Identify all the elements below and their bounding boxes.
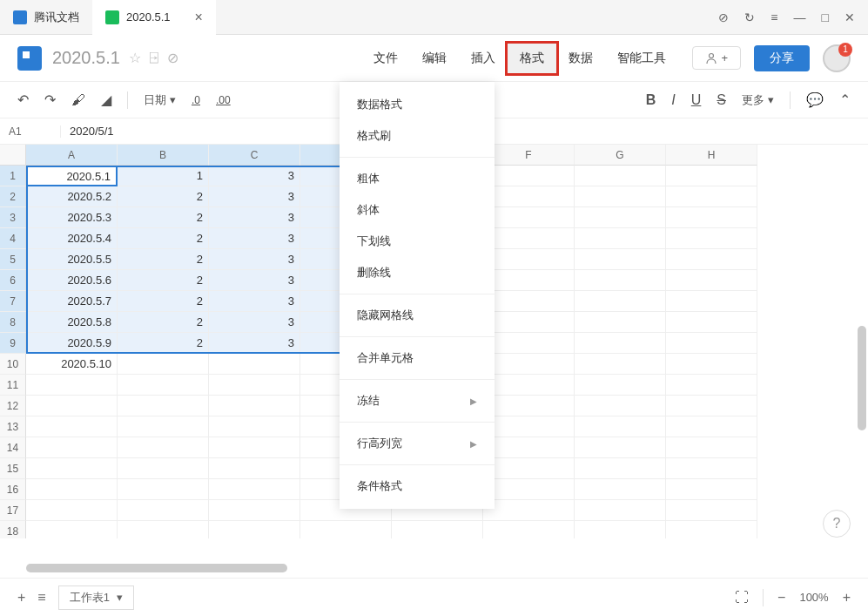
cell[interactable] [666, 312, 757, 333]
cell[interactable] [483, 396, 575, 416]
cell[interactable] [209, 354, 300, 375]
dropdown-item[interactable]: 粗体 [340, 163, 495, 194]
row-header[interactable]: 16 [0, 479, 26, 500]
cell[interactable]: 3 [209, 207, 300, 228]
cell[interactable] [483, 207, 575, 228]
cell[interactable] [209, 437, 300, 458]
cell[interactable] [483, 270, 575, 291]
cell[interactable] [575, 249, 666, 270]
cell[interactable]: 2020.5.4 [26, 228, 118, 249]
cell[interactable] [666, 207, 757, 228]
cell[interactable] [666, 458, 757, 479]
cell[interactable] [300, 521, 392, 538]
menu-icon[interactable]: ≡ [770, 10, 777, 24]
sheet-list-icon[interactable]: ≡ [37, 590, 45, 606]
fullscreen-icon[interactable]: ⛶ [735, 590, 749, 606]
dropdown-item[interactable]: 删除线 [340, 257, 495, 288]
strikethrough-icon[interactable]: S [717, 92, 726, 108]
cell[interactable]: 2 [118, 312, 209, 333]
cell-reference[interactable]: A1 [0, 125, 61, 138]
cell[interactable] [26, 500, 118, 521]
cell[interactable]: 2020.5.7 [26, 291, 118, 312]
cell[interactable]: 2020.5.3 [26, 207, 118, 228]
column-header[interactable]: H [666, 145, 757, 166]
cell[interactable]: 2020.5.10 [26, 354, 118, 375]
cell[interactable] [118, 396, 209, 416]
cell[interactable]: 2020.5.6 [26, 270, 118, 291]
column-header[interactable]: A [26, 145, 118, 166]
cell[interactable] [483, 312, 575, 333]
close-tab-icon[interactable]: × [195, 10, 203, 25]
cell[interactable]: 2 [118, 249, 209, 270]
help-button[interactable]: ? [823, 510, 851, 538]
paint-format-icon[interactable]: 🖌 [71, 92, 85, 108]
cell[interactable] [575, 228, 666, 249]
cell[interactable] [392, 521, 483, 538]
close-window-icon[interactable]: ✕ [844, 10, 855, 24]
row-header[interactable]: 6 [0, 270, 26, 291]
add-user-button[interactable]: + [692, 46, 741, 70]
cell[interactable] [483, 521, 575, 538]
decrease-decimal-icon[interactable]: .0 [192, 94, 200, 106]
cell[interactable] [575, 500, 666, 521]
cell[interactable] [483, 333, 575, 354]
cell[interactable] [666, 416, 757, 437]
bold-icon[interactable]: B [646, 92, 656, 108]
dropdown-item[interactable]: 合并单元格 [340, 342, 495, 374]
cell[interactable] [483, 228, 575, 249]
dropdown-item[interactable]: 隐藏网格线 [340, 300, 495, 331]
cell[interactable] [26, 375, 118, 396]
cell[interactable] [575, 479, 666, 500]
row-header[interactable]: 2 [0, 186, 26, 207]
cell[interactable]: 2020.5.8 [26, 312, 118, 333]
tab-tencent-docs[interactable]: 腾讯文档 [0, 0, 92, 35]
cell[interactable] [575, 396, 666, 416]
dropdown-item[interactable]: 行高列宽▶ [340, 428, 495, 459]
cell[interactable] [666, 375, 757, 396]
cell[interactable] [26, 396, 118, 416]
cell[interactable]: 3 [209, 270, 300, 291]
cell[interactable]: 3 [209, 333, 300, 354]
row-header[interactable]: 5 [0, 249, 26, 270]
maximize-icon[interactable]: □ [822, 10, 829, 24]
cell[interactable]: 3 [209, 312, 300, 333]
column-header[interactable]: G [575, 145, 666, 166]
refresh-icon[interactable]: ↻ [744, 10, 755, 24]
row-header[interactable]: 10 [0, 354, 26, 375]
cell[interactable] [209, 375, 300, 396]
cell[interactable]: 3 [209, 186, 300, 207]
cell[interactable] [575, 270, 666, 291]
horizontal-scrollbar[interactable] [26, 564, 287, 572]
add-sheet-icon[interactable]: + [17, 590, 25, 606]
cell[interactable] [483, 500, 575, 521]
row-header[interactable]: 12 [0, 396, 26, 416]
cell[interactable] [118, 416, 209, 437]
cell[interactable] [575, 354, 666, 375]
cell[interactable] [118, 437, 209, 458]
italic-icon[interactable]: I [671, 92, 675, 108]
cell[interactable] [666, 354, 757, 375]
avatar[interactable]: 1 [823, 44, 851, 72]
cell[interactable]: 2020.5.9 [26, 333, 118, 354]
menu-format[interactable]: 格式 [505, 41, 559, 76]
row-header[interactable]: 8 [0, 312, 26, 333]
row-header[interactable]: 13 [0, 416, 26, 437]
menu-file[interactable]: 文件 [373, 51, 398, 66]
cell[interactable] [483, 354, 575, 375]
cell[interactable]: 2020.5.2 [26, 186, 118, 207]
cell[interactable] [483, 375, 575, 396]
cell[interactable] [666, 270, 757, 291]
cell[interactable] [26, 437, 118, 458]
cell[interactable] [575, 333, 666, 354]
cell[interactable]: 2 [118, 228, 209, 249]
cell[interactable]: 2 [118, 270, 209, 291]
cell[interactable]: 3 [209, 166, 300, 186]
cell[interactable] [483, 479, 575, 500]
underline-icon[interactable]: U [691, 92, 702, 108]
row-header[interactable]: 3 [0, 207, 26, 228]
number-format-select[interactable]: 日期 ▾ [144, 92, 176, 108]
share-button[interactable]: 分享 [754, 45, 810, 71]
tab-document[interactable]: 2020.5.1 × [92, 0, 216, 35]
dropdown-item[interactable]: 格式刷 [340, 120, 495, 152]
cell[interactable]: 3 [209, 291, 300, 312]
